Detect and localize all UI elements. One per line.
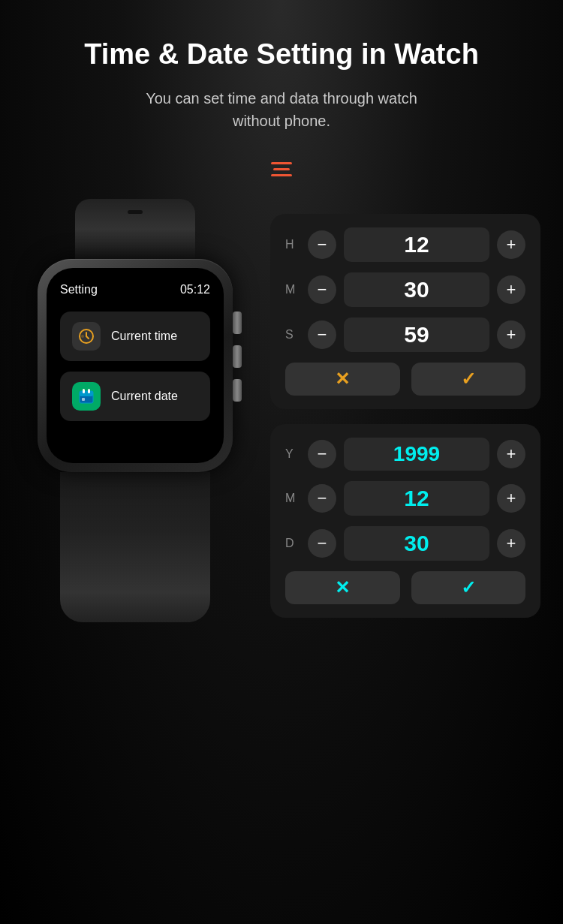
hour-label: H bbox=[285, 238, 300, 251]
hour-value: 12 bbox=[344, 227, 489, 262]
menu-line-2 bbox=[273, 168, 290, 170]
watch-time-display: 05:12 bbox=[180, 283, 210, 296]
day-minus-button[interactable]: − bbox=[308, 529, 336, 558]
minute-minus-button[interactable]: − bbox=[308, 275, 336, 304]
hour-plus-button[interactable]: + bbox=[497, 230, 525, 259]
second-row: S − 59 + bbox=[285, 318, 525, 352]
minute-value: 30 bbox=[344, 272, 489, 307]
time-cancel-icon: ✕ bbox=[335, 369, 350, 390]
date-cancel-button[interactable]: ✕ bbox=[285, 571, 400, 604]
watch-menu-current-time[interactable]: Current time bbox=[60, 312, 210, 361]
svg-rect-3 bbox=[80, 391, 93, 396]
minute-label: M bbox=[285, 283, 300, 296]
date-panel-buttons: ✕ ✓ bbox=[285, 571, 525, 604]
month-row: M − 12 + bbox=[285, 481, 525, 516]
second-minus-button[interactable]: − bbox=[308, 321, 336, 349]
watch-container: Setting 05:12 Current time bbox=[23, 199, 248, 622]
watch-menu-current-date[interactable]: Current date bbox=[60, 372, 210, 421]
watch-screen-header: Setting 05:12 bbox=[60, 283, 210, 296]
time-panel-buttons: ✕ ✓ bbox=[285, 363, 525, 396]
minute-row: M − 30 + bbox=[285, 272, 525, 307]
minute-plus-button[interactable]: + bbox=[497, 275, 525, 304]
time-icon bbox=[72, 322, 101, 351]
page-header: Time & Date Setting in Watch You can set… bbox=[0, 0, 563, 147]
time-ok-button[interactable]: ✓ bbox=[411, 363, 526, 396]
second-label: S bbox=[285, 328, 300, 342]
menu-line-1 bbox=[271, 162, 292, 164]
crown-button-bottom[interactable] bbox=[233, 379, 242, 402]
page-title: Time & Date Setting in Watch bbox=[45, 38, 518, 72]
month-plus-button[interactable]: + bbox=[497, 484, 525, 513]
crown-button-top[interactable] bbox=[233, 312, 242, 334]
hour-minus-button[interactable]: − bbox=[308, 230, 336, 259]
watch-setting-label: Setting bbox=[60, 283, 98, 296]
second-value: 59 bbox=[344, 318, 489, 352]
year-value: 1999 bbox=[344, 438, 489, 471]
watch-crown-buttons bbox=[233, 312, 242, 402]
year-row: Y − 1999 + bbox=[285, 438, 525, 471]
strap-bottom bbox=[60, 472, 210, 622]
date-cancel-icon: ✕ bbox=[335, 577, 350, 598]
svg-rect-5 bbox=[88, 389, 90, 393]
time-setting-panel: H − 12 + M − 30 + S − 59 + ✕ bbox=[270, 214, 540, 409]
panels-container: H − 12 + M − 30 + S − 59 + ✕ bbox=[270, 199, 540, 618]
day-row: D − 30 + bbox=[285, 526, 525, 561]
time-ok-icon: ✓ bbox=[461, 369, 476, 390]
time-cancel-button[interactable]: ✕ bbox=[285, 363, 400, 396]
month-value: 12 bbox=[344, 481, 489, 516]
month-label: M bbox=[285, 492, 300, 505]
menu-line-3 bbox=[271, 174, 292, 176]
watch-screen: Setting 05:12 Current time bbox=[47, 268, 224, 463]
date-ok-icon: ✓ bbox=[461, 577, 476, 598]
year-plus-button[interactable]: + bbox=[497, 440, 525, 468]
date-ok-button[interactable]: ✓ bbox=[411, 571, 526, 604]
watch-menu-text-time: Current time bbox=[111, 330, 177, 343]
strap-top bbox=[75, 199, 195, 259]
day-label: D bbox=[285, 537, 300, 550]
page-subtitle: You can set time and data through watchw… bbox=[45, 87, 518, 132]
year-label: Y bbox=[285, 447, 300, 461]
main-content: Setting 05:12 Current time bbox=[0, 184, 563, 652]
day-value: 30 bbox=[344, 526, 489, 561]
watch-body: Setting 05:12 Current time bbox=[38, 259, 233, 472]
date-icon bbox=[72, 382, 101, 411]
second-plus-button[interactable]: + bbox=[497, 321, 525, 349]
date-setting-panel: Y − 1999 + M − 12 + D − 30 + ✕ bbox=[270, 424, 540, 618]
day-plus-button[interactable]: + bbox=[497, 529, 525, 558]
crown-button-middle[interactable] bbox=[233, 345, 242, 368]
month-minus-button[interactable]: − bbox=[308, 484, 336, 513]
svg-rect-4 bbox=[83, 389, 85, 393]
svg-point-1 bbox=[81, 335, 84, 338]
svg-rect-6 bbox=[82, 398, 85, 401]
watch-menu-text-date: Current date bbox=[111, 390, 178, 403]
hour-row: H − 12 + bbox=[285, 227, 525, 262]
menu-icon-area bbox=[0, 162, 563, 176]
hamburger-icon bbox=[271, 162, 292, 176]
year-minus-button[interactable]: − bbox=[308, 440, 336, 468]
